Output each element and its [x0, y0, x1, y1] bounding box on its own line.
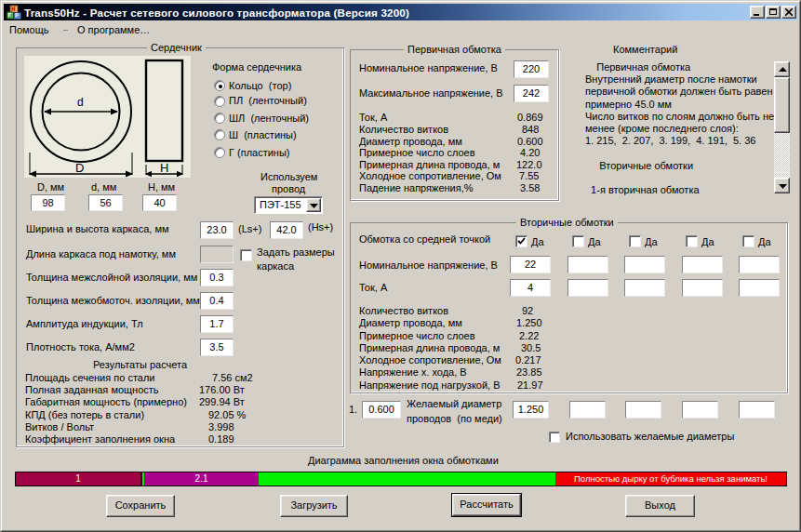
- svg-text:H: H: [160, 161, 168, 175]
- svg-text:d: d: [77, 96, 84, 109]
- svg-text:D: D: [75, 161, 84, 175]
